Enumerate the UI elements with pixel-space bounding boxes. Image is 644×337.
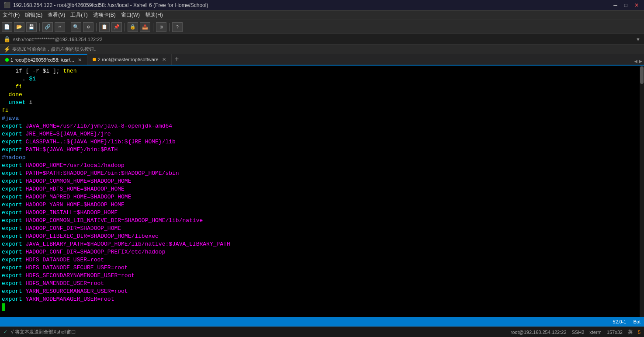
term-cursor-line (0, 303, 640, 311)
term-line-14: export PATH=$PATH:$HADOOP_HOME/bin:$HADO… (0, 170, 640, 177)
tabs-bar: 1 root@b426059fcd58: /usr/... ✕ 2 root@m… (0, 54, 644, 66)
tab-nav-buttons: ◀ ▶ (633, 58, 644, 65)
term-line-9: export JRE_HOME=${JAVA_HOME}/jre (0, 130, 640, 138)
title-bar: ⬛ 192.168.254.122 - root@b426059fcd58: /… (0, 0, 644, 10)
tab-prev-icon[interactable]: ◀ (634, 58, 637, 65)
toolbar: 📄 📂 💾 🔗 ✂ 🔍 ⚙ 📋 📌 🔒 📤 ⊞ ? (0, 20, 644, 34)
term-line-29: export YARN_RESOURCEMANAGER_USER=root (0, 288, 640, 295)
send-to-all-label: √ 将文本发送到全部Xshell窗口 (11, 329, 76, 335)
menu-help[interactable]: 帮助(H) (145, 11, 163, 19)
address-bar: 🔒 ssh://root:***********@192.168.254.122… (0, 34, 644, 45)
menu-view[interactable]: 查看(V) (48, 11, 65, 19)
menu-edit[interactable]: 编辑(E) (25, 11, 42, 19)
tab-1-label: 1 root@b426059fcd58: /usr/... (10, 57, 74, 63)
term-line-25: export HDFS_DATANODE_USER=root (0, 256, 640, 264)
cursor-position: 52,0-1 (613, 319, 626, 324)
term-line-3: fi (0, 83, 640, 91)
toolbar-sep-4 (125, 23, 125, 31)
size-label: 157x32 (607, 330, 623, 335)
term-line-7: #java (0, 115, 640, 122)
maximize-button[interactable]: □ (623, 2, 629, 8)
tab-next-icon[interactable]: ▶ (639, 58, 642, 65)
status-bar: 52,0-1 Bot (0, 317, 644, 327)
term-line-6: fi (0, 107, 640, 115)
term-line-27: export HDFS_SECONDARYNAMENODE_USER=root (0, 272, 640, 280)
tab-2[interactable]: 2 root@master:/opt/software ✕ (87, 54, 172, 65)
tab-1[interactable]: 1 root@b426059fcd58: /usr/... ✕ (0, 54, 87, 65)
toolbar-new[interactable]: 📄 (2, 22, 12, 32)
network-icon: 5 (638, 330, 641, 335)
address-expand-icon[interactable]: ▼ (636, 37, 641, 42)
scrollbar-thumb[interactable] (640, 66, 644, 84)
term-line-2: . $i (0, 75, 640, 83)
toolbar-lock[interactable]: 🔒 (128, 22, 138, 32)
toolbar-sep-5 (153, 23, 153, 31)
title-bar-left: ⬛ 192.168.254.122 - root@b426059fcd58: /… (3, 2, 208, 8)
toolbar-sep-2 (68, 23, 68, 31)
toolbar-sep-3 (96, 23, 97, 31)
encoding-label: xterm (589, 330, 602, 335)
ssh-label: SSH2 (572, 330, 585, 335)
tab-2-dot (93, 58, 96, 61)
minimize-button[interactable]: ─ (612, 2, 619, 8)
toolbar-find[interactable]: 🔍 (71, 22, 81, 32)
term-line-21: export HADOOP_CONF_DIR=$HADOOP_HOME (0, 225, 640, 233)
toolbar-disconnect[interactable]: ✂ (55, 22, 65, 32)
term-line-30: export YARN_NODEMANAGER_USER=root (0, 295, 640, 303)
term-line-16: export HADOOP_HDFS_HOME=$HADOOP_HOME (0, 185, 640, 193)
toolbar-settings[interactable]: ⚙ (83, 22, 93, 32)
term-line-8: export JAVA_HOME=/usr/lib/jvm/java-8-ope… (0, 122, 640, 130)
toolbar-help[interactable]: ? (172, 22, 183, 32)
session-bar-text: 要添加当前会话，点击左侧的锁头按钮。 (12, 46, 99, 52)
term-line-12: #hadoop (0, 154, 640, 162)
send-to-all-checkbox[interactable]: ✓ (3, 329, 7, 335)
address-text: ssh://root:***********@192.168.254.122:2… (13, 37, 102, 42)
terminal[interactable]: if [ -r $i ]; then . $i fi done unset i … (0, 66, 640, 317)
toolbar-sep-6 (169, 23, 170, 31)
toolbar-connect[interactable]: 🔗 (42, 22, 53, 32)
scroll-position: Bot (633, 319, 641, 324)
term-line-1: if [ -r $i ]; then (0, 67, 640, 75)
bottom-right: root@192.168.254.122:22 SSH2 xterm 157x3… (511, 329, 641, 335)
term-line-26: export HDFS_DATANODE_SECURE_USER=root (0, 264, 640, 272)
toolbar-sep-1 (39, 23, 40, 31)
tab-1-dot (5, 58, 9, 62)
term-line-20: export HADOOP_COMMON_LIB_NATIVE_DIR=$HAD… (0, 217, 640, 225)
scrollbar[interactable] (640, 66, 644, 317)
tab-add-button[interactable]: + (172, 54, 182, 65)
lang-label[interactable]: 英 (628, 329, 633, 335)
term-line-22: export HADOOP_LIBEXEC_DIR=$HADOOP_HOME/l… (0, 233, 640, 240)
term-line-5: unset i (0, 99, 640, 107)
term-line-4: done (0, 91, 640, 99)
menu-tabs[interactable]: 选项卡(B) (93, 11, 116, 19)
toolbar-paste[interactable]: 📌 (111, 22, 122, 32)
term-line-23: export JAVA_LIBRARY_PATH=$HADOOP_HOME/li… (0, 240, 640, 248)
connection-label: root@192.168.254.122:22 (511, 330, 567, 335)
title-bar-text: 192.168.254.122 - root@b426059fcd58: /us… (13, 2, 208, 8)
term-line-11: export PATH=${JAVA_HOME}/bin:$PATH (0, 146, 640, 154)
toolbar-copy[interactable]: 📋 (99, 22, 110, 32)
term-line-17: export HADOOP_MAPRED_HOME=$HADOOP_HOME (0, 193, 640, 201)
toolbar-open[interactable]: 📂 (14, 22, 24, 32)
term-line-28: export HDFS_NAMENODE_USER=root (0, 280, 640, 288)
bottom-left: ✓ √ 将文本发送到全部Xshell窗口 (3, 329, 76, 335)
menu-window[interactable]: 窗口(W) (121, 11, 140, 19)
toolbar-transfer[interactable]: 📤 (140, 22, 150, 32)
tab-2-label: 2 root@master:/opt/software (98, 57, 159, 62)
status-right: 52,0-1 Bot (613, 319, 641, 324)
menu-file[interactable]: 文件(F) (3, 11, 20, 19)
term-line-18: export HADOOP_YARN_HOME=$HADOOP_HOME (0, 201, 640, 209)
session-bar: ⚡ 要添加当前会话，点击左侧的锁头按钮。 (0, 45, 644, 54)
term-line-15: export HADOOP_COMMON_HOME=$HADOOP_HOME (0, 177, 640, 185)
toolbar-layout[interactable]: ⊞ (156, 22, 166, 32)
tab-2-close[interactable]: ✕ (162, 57, 166, 63)
term-line-10: export CLASSPATH=.:${JAVA_HOME}/lib:${JR… (0, 138, 640, 146)
term-line-19: export HADOOP_INSTALL=$HADOOP_HOME (0, 209, 640, 217)
toolbar-save[interactable]: 💾 (26, 22, 37, 32)
main-area: if [ -r $i ]; then . $i fi done unset i … (0, 66, 644, 317)
menu-tools[interactable]: 工具(T) (70, 11, 87, 19)
close-button[interactable]: ✕ (633, 2, 641, 8)
tab-1-close[interactable]: ✕ (78, 57, 82, 63)
ssh-icon: 🔒 (3, 36, 10, 42)
menu-bar: 文件(F) 编辑(E) 查看(V) 工具(T) 选项卡(B) 窗口(W) 帮助(… (0, 10, 644, 20)
